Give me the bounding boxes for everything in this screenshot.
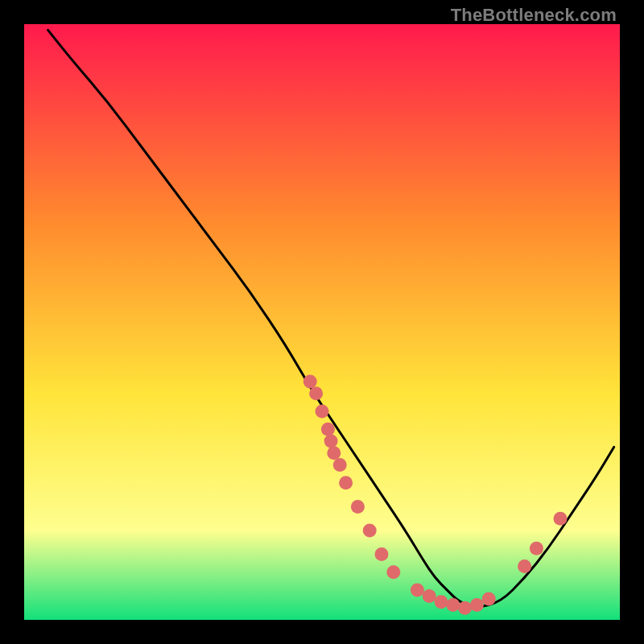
data-point bbox=[339, 476, 353, 489]
watermark: TheBottleneck.com bbox=[451, 5, 617, 26]
data-point bbox=[309, 386, 323, 400]
data-point bbox=[351, 500, 365, 514]
data-point bbox=[333, 458, 347, 472]
data-point bbox=[518, 559, 531, 573]
data-point bbox=[411, 584, 424, 597]
data-point bbox=[324, 435, 338, 448]
data-point bbox=[386, 565, 400, 579]
data-point bbox=[303, 375, 317, 389]
data-point bbox=[458, 601, 472, 615]
data-point bbox=[316, 405, 329, 419]
data-point bbox=[363, 524, 377, 538]
data-point bbox=[470, 598, 484, 612]
gradient-background bbox=[24, 24, 620, 620]
data-point bbox=[530, 542, 543, 555]
data-point bbox=[327, 446, 341, 460]
data-point bbox=[375, 547, 389, 561]
data-point bbox=[446, 598, 460, 612]
data-point bbox=[482, 592, 496, 606]
chart-frame bbox=[24, 24, 620, 620]
data-point bbox=[423, 589, 436, 603]
data-point bbox=[321, 423, 335, 436]
bottleneck-chart bbox=[24, 24, 620, 620]
data-point bbox=[554, 512, 568, 526]
data-point bbox=[435, 595, 448, 609]
